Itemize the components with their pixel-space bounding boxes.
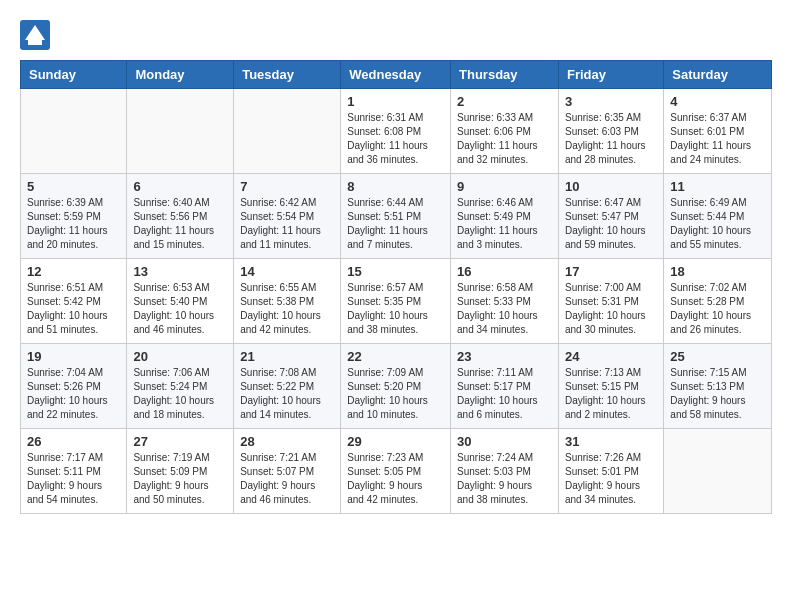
calendar-cell: [664, 429, 772, 514]
day-info: Sunrise: 7:19 AM Sunset: 5:09 PM Dayligh…: [133, 451, 227, 507]
day-number: 19: [27, 349, 120, 364]
day-info: Sunrise: 6:57 AM Sunset: 5:35 PM Dayligh…: [347, 281, 444, 337]
calendar-cell: 6Sunrise: 6:40 AM Sunset: 5:56 PM Daylig…: [127, 174, 234, 259]
day-number: 10: [565, 179, 657, 194]
calendar-cell: [234, 89, 341, 174]
day-number: 16: [457, 264, 552, 279]
day-info: Sunrise: 6:31 AM Sunset: 6:08 PM Dayligh…: [347, 111, 444, 167]
calendar-cell: 11Sunrise: 6:49 AM Sunset: 5:44 PM Dayli…: [664, 174, 772, 259]
day-number: 23: [457, 349, 552, 364]
calendar-day-header: Tuesday: [234, 61, 341, 89]
calendar-cell: [21, 89, 127, 174]
calendar-cell: 2Sunrise: 6:33 AM Sunset: 6:06 PM Daylig…: [451, 89, 559, 174]
calendar-day-header: Sunday: [21, 61, 127, 89]
calendar-cell: 24Sunrise: 7:13 AM Sunset: 5:15 PM Dayli…: [558, 344, 663, 429]
calendar-cell: 12Sunrise: 6:51 AM Sunset: 5:42 PM Dayli…: [21, 259, 127, 344]
calendar-cell: 13Sunrise: 6:53 AM Sunset: 5:40 PM Dayli…: [127, 259, 234, 344]
day-number: 31: [565, 434, 657, 449]
calendar-cell: 15Sunrise: 6:57 AM Sunset: 5:35 PM Dayli…: [341, 259, 451, 344]
day-info: Sunrise: 7:06 AM Sunset: 5:24 PM Dayligh…: [133, 366, 227, 422]
day-info: Sunrise: 6:42 AM Sunset: 5:54 PM Dayligh…: [240, 196, 334, 252]
calendar-week-row: 1Sunrise: 6:31 AM Sunset: 6:08 PM Daylig…: [21, 89, 772, 174]
calendar-cell: 28Sunrise: 7:21 AM Sunset: 5:07 PM Dayli…: [234, 429, 341, 514]
day-number: 13: [133, 264, 227, 279]
day-info: Sunrise: 6:47 AM Sunset: 5:47 PM Dayligh…: [565, 196, 657, 252]
day-info: Sunrise: 7:00 AM Sunset: 5:31 PM Dayligh…: [565, 281, 657, 337]
day-info: Sunrise: 7:08 AM Sunset: 5:22 PM Dayligh…: [240, 366, 334, 422]
calendar-cell: 26Sunrise: 7:17 AM Sunset: 5:11 PM Dayli…: [21, 429, 127, 514]
calendar-cell: 17Sunrise: 7:00 AM Sunset: 5:31 PM Dayli…: [558, 259, 663, 344]
calendar-cell: 18Sunrise: 7:02 AM Sunset: 5:28 PM Dayli…: [664, 259, 772, 344]
day-info: Sunrise: 6:44 AM Sunset: 5:51 PM Dayligh…: [347, 196, 444, 252]
day-number: 26: [27, 434, 120, 449]
calendar-cell: 16Sunrise: 6:58 AM Sunset: 5:33 PM Dayli…: [451, 259, 559, 344]
calendar-cell: 1Sunrise: 6:31 AM Sunset: 6:08 PM Daylig…: [341, 89, 451, 174]
calendar-cell: 29Sunrise: 7:23 AM Sunset: 5:05 PM Dayli…: [341, 429, 451, 514]
calendar-cell: 20Sunrise: 7:06 AM Sunset: 5:24 PM Dayli…: [127, 344, 234, 429]
calendar-cell: 5Sunrise: 6:39 AM Sunset: 5:59 PM Daylig…: [21, 174, 127, 259]
day-info: Sunrise: 7:04 AM Sunset: 5:26 PM Dayligh…: [27, 366, 120, 422]
day-info: Sunrise: 6:55 AM Sunset: 5:38 PM Dayligh…: [240, 281, 334, 337]
calendar-week-row: 12Sunrise: 6:51 AM Sunset: 5:42 PM Dayli…: [21, 259, 772, 344]
day-number: 25: [670, 349, 765, 364]
page-header: [20, 20, 772, 50]
calendar-week-row: 5Sunrise: 6:39 AM Sunset: 5:59 PM Daylig…: [21, 174, 772, 259]
day-info: Sunrise: 6:46 AM Sunset: 5:49 PM Dayligh…: [457, 196, 552, 252]
day-number: 11: [670, 179, 765, 194]
day-info: Sunrise: 7:17 AM Sunset: 5:11 PM Dayligh…: [27, 451, 120, 507]
day-number: 6: [133, 179, 227, 194]
calendar-table: SundayMondayTuesdayWednesdayThursdayFrid…: [20, 60, 772, 514]
calendar-cell: 3Sunrise: 6:35 AM Sunset: 6:03 PM Daylig…: [558, 89, 663, 174]
calendar-cell: 21Sunrise: 7:08 AM Sunset: 5:22 PM Dayli…: [234, 344, 341, 429]
day-number: 9: [457, 179, 552, 194]
day-number: 17: [565, 264, 657, 279]
day-number: 22: [347, 349, 444, 364]
day-number: 3: [565, 94, 657, 109]
calendar-cell: 10Sunrise: 6:47 AM Sunset: 5:47 PM Dayli…: [558, 174, 663, 259]
day-number: 7: [240, 179, 334, 194]
day-number: 20: [133, 349, 227, 364]
calendar-cell: 25Sunrise: 7:15 AM Sunset: 5:13 PM Dayli…: [664, 344, 772, 429]
day-info: Sunrise: 6:53 AM Sunset: 5:40 PM Dayligh…: [133, 281, 227, 337]
calendar-header-row: SundayMondayTuesdayWednesdayThursdayFrid…: [21, 61, 772, 89]
logo-icon: [20, 20, 50, 50]
day-info: Sunrise: 7:09 AM Sunset: 5:20 PM Dayligh…: [347, 366, 444, 422]
calendar-cell: 9Sunrise: 6:46 AM Sunset: 5:49 PM Daylig…: [451, 174, 559, 259]
day-number: 30: [457, 434, 552, 449]
calendar-cell: 14Sunrise: 6:55 AM Sunset: 5:38 PM Dayli…: [234, 259, 341, 344]
calendar-cell: 31Sunrise: 7:26 AM Sunset: 5:01 PM Dayli…: [558, 429, 663, 514]
day-info: Sunrise: 7:13 AM Sunset: 5:15 PM Dayligh…: [565, 366, 657, 422]
calendar-cell: 30Sunrise: 7:24 AM Sunset: 5:03 PM Dayli…: [451, 429, 559, 514]
calendar-day-header: Monday: [127, 61, 234, 89]
calendar-cell: 27Sunrise: 7:19 AM Sunset: 5:09 PM Dayli…: [127, 429, 234, 514]
day-number: 4: [670, 94, 765, 109]
calendar-day-header: Friday: [558, 61, 663, 89]
day-info: Sunrise: 6:40 AM Sunset: 5:56 PM Dayligh…: [133, 196, 227, 252]
calendar-cell: [127, 89, 234, 174]
day-number: 24: [565, 349, 657, 364]
day-number: 28: [240, 434, 334, 449]
day-info: Sunrise: 6:33 AM Sunset: 6:06 PM Dayligh…: [457, 111, 552, 167]
day-number: 18: [670, 264, 765, 279]
day-info: Sunrise: 7:02 AM Sunset: 5:28 PM Dayligh…: [670, 281, 765, 337]
day-info: Sunrise: 7:11 AM Sunset: 5:17 PM Dayligh…: [457, 366, 552, 422]
calendar-day-header: Thursday: [451, 61, 559, 89]
calendar-week-row: 26Sunrise: 7:17 AM Sunset: 5:11 PM Dayli…: [21, 429, 772, 514]
calendar-cell: 19Sunrise: 7:04 AM Sunset: 5:26 PM Dayli…: [21, 344, 127, 429]
day-info: Sunrise: 7:15 AM Sunset: 5:13 PM Dayligh…: [670, 366, 765, 422]
day-number: 14: [240, 264, 334, 279]
day-number: 15: [347, 264, 444, 279]
day-info: Sunrise: 7:24 AM Sunset: 5:03 PM Dayligh…: [457, 451, 552, 507]
day-info: Sunrise: 7:21 AM Sunset: 5:07 PM Dayligh…: [240, 451, 334, 507]
calendar-day-header: Wednesday: [341, 61, 451, 89]
logo: [20, 20, 54, 50]
calendar-cell: 23Sunrise: 7:11 AM Sunset: 5:17 PM Dayli…: [451, 344, 559, 429]
day-number: 29: [347, 434, 444, 449]
day-number: 12: [27, 264, 120, 279]
calendar-cell: 7Sunrise: 6:42 AM Sunset: 5:54 PM Daylig…: [234, 174, 341, 259]
day-info: Sunrise: 6:51 AM Sunset: 5:42 PM Dayligh…: [27, 281, 120, 337]
day-info: Sunrise: 6:37 AM Sunset: 6:01 PM Dayligh…: [670, 111, 765, 167]
day-info: Sunrise: 6:58 AM Sunset: 5:33 PM Dayligh…: [457, 281, 552, 337]
calendar-cell: 22Sunrise: 7:09 AM Sunset: 5:20 PM Dayli…: [341, 344, 451, 429]
day-number: 8: [347, 179, 444, 194]
